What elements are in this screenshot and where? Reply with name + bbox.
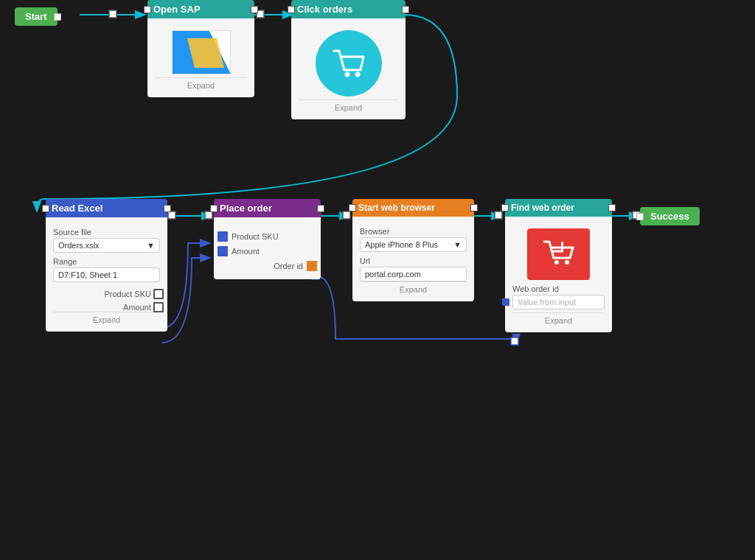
web-order-id-placeholder: Value from input [518,298,576,307]
range-label: Range [53,257,160,266]
range-value: D7:F10, Sheet 1 [58,270,117,279]
open-sap-label: Open SAP [153,4,201,15]
click-orders-body: Expand [291,18,406,119]
find-web-order-label: Find web order [511,203,574,213]
start-web-browser-label: Start web browser [358,203,435,213]
place-order-input-port [210,205,218,212]
place-order-header: Place order [214,199,321,217]
read-excel-label: Read Excel [52,203,102,214]
click-orders-label: Click orders [297,4,352,15]
click-orders-output-port [402,6,409,13]
svg-point-22 [345,71,350,77]
place-order-amount: Amount [232,247,260,256]
read-excel-input-port [42,205,49,212]
open-sap-input-port [144,6,151,13]
start-web-browser-node: Start web browser Browser Apple iPhone 8… [352,199,474,301]
open-sap-expand[interactable]: Expand [155,77,247,91]
click-orders-expand[interactable]: Expand [299,99,398,113]
browser-dropdown-icon: ▼ [453,240,462,249]
success-node: Success [640,207,700,225]
place-order-body: Product SKU Amount Order id [214,217,321,279]
find-web-order-header: Find web order [505,199,612,217]
read-excel-expand[interactable]: Expand [53,312,160,326]
range-input[interactable]: D7:F10, Sheet 1 [53,267,160,282]
find-web-order-input-port [501,204,509,211]
dropdown-icon: ▼ [147,241,155,250]
svg-point-23 [355,71,361,77]
open-sap-output-port [251,6,258,13]
web-order-id-input[interactable]: Value from input [512,295,605,309]
start-web-browser-header: Start web browser [352,199,474,217]
svg-rect-27 [552,251,563,253]
product-sku-output-port: Product SKU [53,290,160,298]
svg-point-24 [554,260,559,265]
url-input[interactable]: portal.corp.com [360,267,467,281]
start-web-browser-expand[interactable]: Expand [360,281,467,295]
amount-output-port: Amount [53,303,160,312]
browser-input[interactable]: Apple iPhone 8 Plus ▼ [360,237,467,252]
source-file-label: Source file [53,228,160,237]
web-order-id-port [502,298,509,306]
read-excel-output-port [164,205,171,212]
start-output-port [54,13,61,21]
read-excel-body: Source file Orders.xslx ▼ Range D7:F10, … [46,217,167,332]
success-input-port [636,213,644,220]
svg-point-25 [565,260,569,265]
find-web-order-body: Web order id Value from input Expand [505,217,612,332]
svg-rect-7 [205,211,212,219]
svg-rect-13 [495,211,502,219]
place-order-output-port [317,205,324,212]
order-id-label: Order id [274,262,303,270]
svg-rect-10 [343,211,350,219]
click-orders-node: Click orders Expand [291,0,406,119]
place-order-node: Place order Product SKU Amount Order id [214,199,321,279]
read-excel-header: Read Excel [46,199,167,217]
open-sap-node: Open SAP Expand [147,0,254,97]
open-sap-body: Expand [147,18,254,97]
place-order-label: Place order [220,203,272,214]
svg-rect-18 [511,337,518,345]
read-excel-node: Read Excel Source file Orders.xslx ▼ Ran… [46,199,167,332]
amount-input-port: Amount [221,247,313,256]
find-web-order-expand[interactable]: Expand [512,312,605,326]
web-order-id-label: Web order id [512,284,605,293]
click-orders-header: Click orders [291,0,406,18]
start-label: Start [25,11,47,22]
browser-value: Apple iPhone 8 Plus [365,240,438,249]
source-file-value: Orders.xslx [58,241,100,250]
product-sku-input-port: Product SKU [221,232,313,241]
svg-rect-1 [109,10,116,18]
find-web-order-node: Find web order Web order id Value f [505,199,612,332]
svg-rect-6 [168,211,175,219]
click-orders-input-port [288,6,295,13]
place-order-product-sku: Product SKU [232,232,279,241]
browser-label: Browser [360,227,467,236]
url-value: portal.corp.com [365,270,421,279]
url-label: Url [360,256,467,265]
start-node: Start [15,7,58,26]
find-web-order-output-port [608,204,616,211]
success-label: Success [650,211,689,222]
source-file-input[interactable]: Orders.xslx ▼ [53,238,160,253]
start-web-browser-body: Browser Apple iPhone 8 Plus ▼ Url portal… [352,217,474,301]
product-sku-label: Product SKU [104,290,151,298]
amount-label: Amount [123,303,151,312]
order-id-output-port: Order id [221,262,313,270]
open-sap-header: Open SAP [147,0,254,18]
start-web-browser-output-port [470,204,478,211]
start-web-browser-input-port [349,204,356,211]
